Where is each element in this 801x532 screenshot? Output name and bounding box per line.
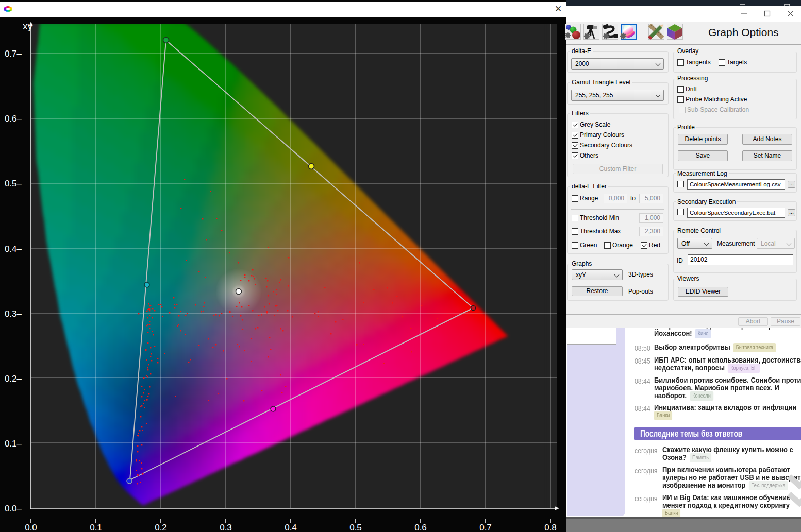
svg-text:0.2: 0.2 xyxy=(155,523,167,532)
svg-text:0.1–: 0.1– xyxy=(5,439,22,449)
svg-text:0.7: 0.7 xyxy=(479,523,492,532)
svg-text:0.8: 0.8 xyxy=(544,523,557,532)
svg-text:0.7–: 0.7– xyxy=(5,49,22,59)
svg-text:0.3–: 0.3– xyxy=(5,309,22,319)
svg-text:0.5–: 0.5– xyxy=(5,179,22,188)
svg-text:0.0–: 0.0– xyxy=(5,504,22,513)
svg-text:0.0: 0.0 xyxy=(25,523,37,532)
svg-text:xy: xy xyxy=(23,21,33,31)
svg-text:0.6–: 0.6– xyxy=(5,114,22,124)
svg-text:0.5: 0.5 xyxy=(349,523,362,532)
svg-text:0.3: 0.3 xyxy=(220,523,232,532)
svg-text:0.4–: 0.4– xyxy=(5,244,22,254)
svg-text:0.4: 0.4 xyxy=(285,523,297,532)
svg-text:0.6: 0.6 xyxy=(414,523,427,532)
svg-text:0.2–: 0.2– xyxy=(5,374,22,384)
svg-text:0.1: 0.1 xyxy=(90,523,102,532)
